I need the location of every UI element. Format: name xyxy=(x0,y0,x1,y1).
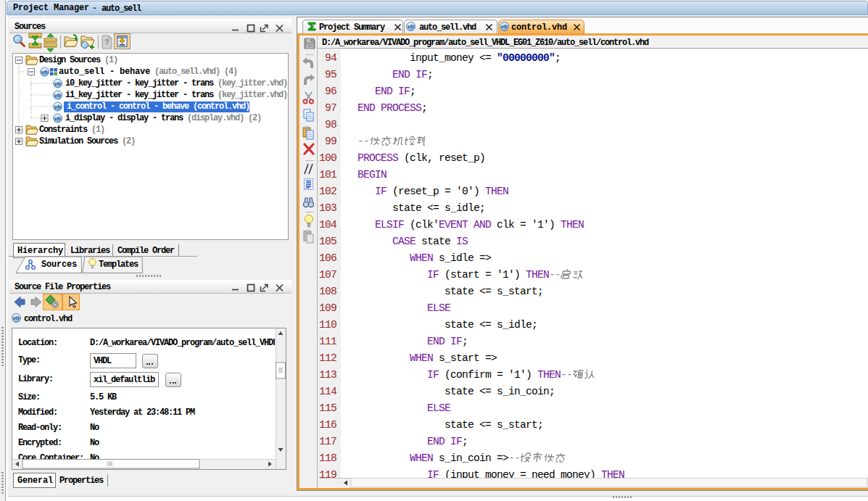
svg-text:vh: vh xyxy=(501,23,508,30)
svg-text:?: ? xyxy=(104,38,109,46)
svg-text:vh: vh xyxy=(13,315,20,321)
svg-text:vh: vh xyxy=(408,23,414,30)
